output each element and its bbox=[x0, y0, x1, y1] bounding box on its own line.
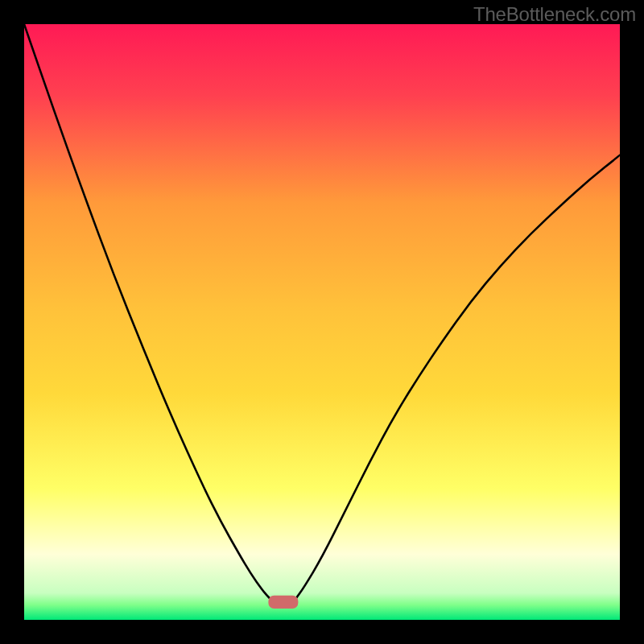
watermark-text: TheBottleneck.com bbox=[473, 3, 636, 26]
gradient-background bbox=[24, 24, 620, 620]
valley-marker bbox=[268, 596, 298, 609]
plot-area bbox=[24, 24, 620, 620]
chart-frame: TheBottleneck.com bbox=[0, 0, 644, 644]
plot-svg bbox=[24, 24, 620, 620]
